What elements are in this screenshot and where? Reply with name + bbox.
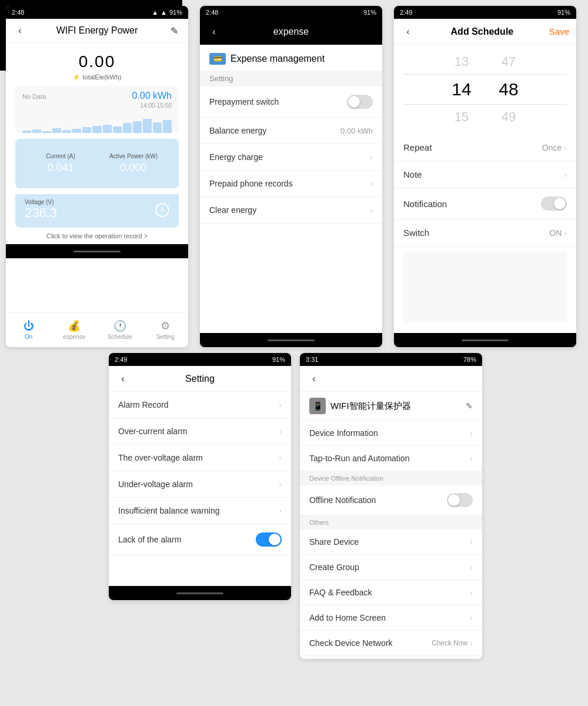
offline-toggle[interactable] <box>447 493 473 507</box>
device-icon: 📱 <box>309 398 326 414</box>
chevron-insufficient: › <box>279 506 282 515</box>
tap-run-row[interactable]: Tap-to-Run and Automation › <box>300 446 482 471</box>
signal-icon-1: ▲ <box>161 9 167 16</box>
status-time-1: 2:48 <box>12 9 24 16</box>
status-time-2: 2:48 <box>206 9 218 16</box>
nav-schedule[interactable]: 🕐 Schedule <box>97 312 143 347</box>
overvoltage-row[interactable]: The over-voltage alarm › <box>109 445 291 471</box>
note-row[interactable]: Note › <box>394 161 576 188</box>
prepaid-records-row[interactable]: Prepaid phone records › <box>200 171 382 197</box>
device-update-row[interactable]: Device Update No updates available › <box>300 656 482 659</box>
status-bar-4: 2:49 91% <box>109 353 291 366</box>
nav-expense[interactable]: 💰 expense <box>52 312 98 347</box>
alarm-record-row[interactable]: Alarm Record › <box>109 392 291 418</box>
kwh-value: 0.00 kWh <box>132 91 172 101</box>
home-indicator-3 <box>394 333 576 347</box>
time-row-selected: 14 48 <box>394 76 576 103</box>
header-title-4: Setting <box>130 374 270 384</box>
home-indicator-4 <box>109 586 291 600</box>
chevron-device-info: › <box>470 428 473 438</box>
time-picker[interactable]: 13 47 14 48 15 49 <box>394 45 576 134</box>
header-5: ‹ <box>300 366 482 392</box>
expense-heading: 💳 Expense management <box>200 45 382 71</box>
setting-icon: ⚙ <box>161 319 170 332</box>
repeat-row[interactable]: Repeat Once › <box>394 134 576 161</box>
faq-row[interactable]: FAQ & Feedback › <box>300 580 482 605</box>
notification-toggle[interactable] <box>541 197 567 211</box>
share-device-row[interactable]: Share Device › <box>300 530 482 555</box>
chevron-network: › <box>470 638 473 648</box>
power-metric: Active Power (kW) 0.000 <box>98 148 169 179</box>
setting-section: Setting <box>200 71 382 86</box>
battery-4: 91% <box>272 356 285 363</box>
offline-notification-header: Device Offline Notification <box>300 471 482 485</box>
expense-icon: 💰 <box>68 319 81 332</box>
nav-on[interactable]: ⏻ On <box>6 312 52 347</box>
battery-2: 91% <box>363 9 376 16</box>
overcurrent-row[interactable]: Over-current alarm › <box>109 418 291 445</box>
back-icon-1[interactable]: ‹ <box>13 24 27 38</box>
edit-device-icon[interactable]: ✎ <box>466 401 473 411</box>
chevron-undervoltage: › <box>279 479 282 489</box>
on-icon: ⏻ <box>24 320 34 332</box>
home-indicator-1 <box>6 244 188 258</box>
screen-add-schedule: 2:49 91% ‹ Add Schedule Save 13 47 14 48… <box>394 6 576 347</box>
chevron-icon-2: › <box>370 179 373 188</box>
screen-wifi-energy: 2:48 ▲ ▲ 91% ‹ WIFI Energy Power ✎ 0.00 … <box>6 6 188 347</box>
back-icon-3[interactable]: ‹ <box>401 25 415 39</box>
lightning-icon: ⚡ <box>72 74 81 81</box>
screen-expense: 2:48 91% ‹ expense 💳 Expense management … <box>200 6 382 347</box>
check-network-row[interactable]: Check Device Network Check Now › <box>300 631 482 656</box>
insufficient-balance-row[interactable]: Insufficient balance warning › <box>109 498 291 524</box>
clear-energy-row[interactable]: Clear energy › <box>200 197 382 224</box>
switch-row[interactable]: Switch ON › <box>394 219 576 247</box>
status-bar-2: 2:48 91% <box>200 6 382 19</box>
others-header: Others <box>300 515 482 530</box>
balance-row: Balance energy 0.00 kWh <box>200 118 382 144</box>
nav-setting[interactable]: ⚙ Setting <box>143 312 189 347</box>
home-screen-row[interactable]: Add to Home Screen › <box>300 605 482 631</box>
prepayment-row[interactable]: Prepayment switch <box>200 86 382 118</box>
notification-row[interactable]: Notification <box>394 188 576 219</box>
schedule-icon: 🕐 <box>113 319 126 332</box>
battery-5: 78% <box>463 356 476 363</box>
prepayment-toggle[interactable] <box>347 95 373 109</box>
back-icon-4[interactable]: ‹ <box>116 372 130 386</box>
header-title-3: Add Schedule <box>415 26 549 37</box>
empty-content-area <box>403 251 567 322</box>
operation-link[interactable]: Click to view the operation record > <box>6 228 188 244</box>
metrics-grid: Current (A) 0.041 Active Power (kW) 0.00… <box>15 139 179 188</box>
status-bar-3: 2:49 91% <box>394 6 576 19</box>
lack-alarm-row[interactable]: Lack of the alarm <box>109 524 291 555</box>
offline-notification-row[interactable]: Offline Notification <box>300 485 482 515</box>
status-bar-1: 2:48 ▲ ▲ 91% <box>6 6 188 19</box>
expense-icon-img: 💳 <box>209 53 226 65</box>
time-range: 14:00-15:00 <box>141 102 172 109</box>
device-name-row: 📱 WIFI智能计量保护器 ✎ <box>300 392 482 421</box>
back-icon-5[interactable]: ‹ <box>307 372 321 386</box>
lack-alarm-toggle[interactable] <box>256 532 282 547</box>
screen-setting: 2:49 91% ‹ Setting Alarm Record › Over-c… <box>109 353 291 600</box>
wifi-icon-1: ▲ <box>152 9 158 16</box>
create-group-row[interactable]: Create Group › <box>300 555 482 580</box>
chart-bars <box>15 109 179 133</box>
sub-label: ⚡ totalEle(kWh) <box>6 74 188 86</box>
status-time-5: 3:31 <box>306 356 318 363</box>
chevron-overvoltage: › <box>279 453 282 462</box>
home-indicator-2 <box>200 333 382 347</box>
bottom-nav: ⏻ On 💰 expense 🕐 Schedule ⚙ Setting <box>6 312 188 347</box>
chevron-overcurrent: › <box>279 427 282 436</box>
device-info-row[interactable]: Device Information › <box>300 421 482 446</box>
chevron-group: › <box>470 562 473 572</box>
time-row-bottom: 15 49 <box>394 106 576 128</box>
save-button[interactable]: Save <box>549 26 569 36</box>
chevron-switch: › <box>564 228 567 238</box>
header-2: ‹ expense <box>200 19 382 45</box>
edit-icon-1[interactable]: ✎ <box>167 24 181 38</box>
chevron-home: › <box>470 613 473 622</box>
header-1: ‹ WIFI Energy Power ✎ <box>6 19 188 43</box>
back-icon-2[interactable]: ‹ <box>207 25 221 39</box>
screen-device-settings: 3:31 78% ‹ 📱 WIFI智能计量保护器 ✎ Device Inform… <box>300 353 482 659</box>
undervoltage-row[interactable]: Under-voltage alarm › <box>109 471 291 498</box>
energy-charge-row[interactable]: Energy charge › <box>200 144 382 171</box>
